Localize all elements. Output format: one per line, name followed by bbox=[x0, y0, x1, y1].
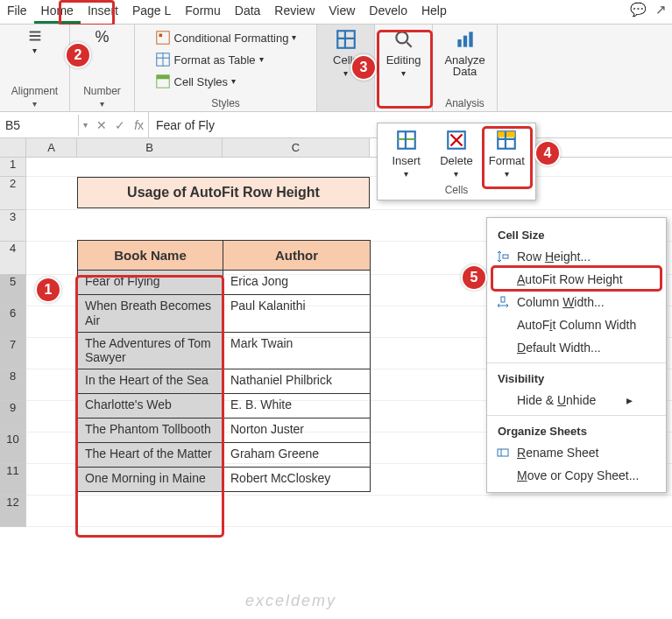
row-12[interactable]: 12 bbox=[0, 496, 26, 527]
group-alignment-label: Alignment▾ bbox=[11, 85, 58, 109]
formula-bar: B5 ▾ ✕ ✓ fx Fear of Fly bbox=[0, 112, 672, 138]
format-cells-button[interactable]: Format▾ bbox=[482, 129, 531, 179]
tab-file[interactable]: File bbox=[0, 0, 34, 24]
fx-icon[interactable]: fx bbox=[134, 118, 144, 132]
row-7[interactable]: 7 bbox=[0, 338, 26, 369]
format-as-table-button[interactable]: Format as Table ▾ bbox=[152, 50, 301, 69]
cells-dropdown-panel: Insert▾ Delete▾ Format▾ Cells bbox=[377, 123, 536, 200]
data-table: Book Name Author Fear of FlyingErica Jon… bbox=[77, 240, 371, 492]
cells-icon bbox=[335, 28, 357, 51]
tab-pagelayout[interactable]: Page L bbox=[125, 0, 178, 24]
cell-book[interactable]: Charlotte's Web bbox=[78, 394, 223, 419]
name-box[interactable]: B5 bbox=[0, 115, 79, 136]
svg-rect-7 bbox=[457, 39, 461, 47]
header-book: Book Name bbox=[78, 241, 223, 271]
cell-author[interactable]: Erica Jong bbox=[223, 271, 371, 295]
analyze-data-button[interactable]: Analyze Data bbox=[440, 28, 491, 77]
find-icon bbox=[393, 28, 415, 51]
delete-icon bbox=[445, 129, 468, 151]
svg-rect-15 bbox=[501, 297, 505, 302]
cells-panel-label: Cells bbox=[378, 180, 535, 200]
select-all-corner[interactable] bbox=[0, 138, 26, 157]
menu-hide-unhide[interactable]: Hide & Unhide ▸ bbox=[487, 389, 666, 411]
cell-book[interactable]: The Phantom Tollbooth bbox=[78, 419, 223, 443]
ribbon: ▾ Alignment▾ % Number▾ Conditional Forma… bbox=[0, 25, 672, 112]
row-8[interactable]: 8 bbox=[0, 369, 26, 401]
insert-cells-button[interactable]: Insert▾ bbox=[382, 129, 431, 179]
tab-data[interactable]: Data bbox=[228, 0, 268, 24]
group-analysis-label: Analysis bbox=[445, 97, 485, 109]
menu-default-width[interactable]: Default Width... bbox=[487, 336, 666, 359]
callout-2: 2 bbox=[65, 42, 91, 68]
tab-formulas[interactable]: Formu bbox=[178, 0, 227, 24]
cell-author[interactable]: Graham Greene bbox=[223, 443, 371, 468]
rename-icon bbox=[496, 446, 510, 460]
menu-rename-sheet[interactable]: Rename Sheet bbox=[487, 441, 666, 464]
col-C[interactable]: C bbox=[223, 138, 370, 157]
callout-1: 1 bbox=[35, 277, 61, 303]
analyze-icon bbox=[454, 28, 477, 51]
cell-book[interactable]: Fear of Flying bbox=[78, 271, 223, 295]
row-3[interactable]: 3 bbox=[0, 210, 26, 242]
titlebar-actions: 💬 ↗ bbox=[630, 2, 667, 18]
cell-author[interactable]: Nathaniel Philbrick bbox=[223, 369, 371, 394]
row-9[interactable]: 9 bbox=[0, 401, 26, 433]
align-icon[interactable] bbox=[27, 28, 43, 44]
tab-home[interactable]: Home bbox=[34, 0, 81, 24]
delete-cells-button[interactable]: Delete▾ bbox=[432, 129, 481, 179]
comments-icon[interactable]: 💬 bbox=[630, 2, 647, 18]
menu-autofit-column-width[interactable]: AutoFit Column Width bbox=[487, 313, 666, 336]
row-6[interactable]: 6 bbox=[0, 306, 26, 338]
svg-rect-16 bbox=[498, 449, 508, 456]
watermark: exceldemy bbox=[245, 592, 336, 610]
svg-point-6 bbox=[396, 32, 407, 43]
row-10[interactable]: 10 bbox=[0, 433, 26, 464]
svg-rect-9 bbox=[469, 32, 472, 46]
row-5[interactable]: 5 bbox=[0, 275, 26, 306]
cell-book[interactable]: The Heart of the Matter bbox=[78, 443, 223, 468]
tab-help[interactable]: Help bbox=[414, 0, 454, 24]
row-2[interactable]: 2 bbox=[0, 177, 26, 210]
cell-book[interactable]: One Morning in Maine bbox=[78, 468, 223, 492]
cell-author[interactable]: Mark Twain bbox=[223, 332, 371, 369]
insert-icon bbox=[395, 129, 418, 151]
row-1[interactable]: 1 bbox=[0, 158, 26, 177]
cell-book[interactable]: In the Heart of the Sea bbox=[78, 369, 223, 394]
percent-icon[interactable]: % bbox=[95, 28, 109, 46]
header-author: Author bbox=[223, 241, 371, 271]
cell-author[interactable]: Norton Juster bbox=[223, 419, 371, 443]
tab-insert[interactable]: Insert bbox=[81, 0, 125, 24]
col-B[interactable]: B bbox=[77, 138, 223, 157]
row-4[interactable]: 4 bbox=[0, 242, 26, 275]
cell-book[interactable]: When Breath Becomes Air bbox=[78, 295, 223, 333]
cell-author[interactable]: Paul Kalanithi bbox=[223, 295, 371, 333]
cell-author[interactable]: E. B. White bbox=[223, 394, 371, 419]
dropdown-icon[interactable]: ▾ bbox=[83, 121, 88, 130]
menu-autofit-row-height[interactable]: AutoFit Row Height bbox=[487, 268, 666, 291]
cell-book[interactable]: The Adventures of Tom Sawyer bbox=[78, 332, 223, 369]
tab-developer[interactable]: Develo bbox=[362, 0, 414, 24]
svg-rect-4 bbox=[156, 75, 168, 80]
callout-4: 4 bbox=[534, 140, 561, 166]
callout-3: 3 bbox=[350, 54, 377, 81]
menu-row-height[interactable]: Row Height... bbox=[487, 245, 666, 268]
share-icon[interactable]: ↗ bbox=[655, 2, 667, 18]
menu-move-copy[interactable]: Move or Copy Sheet... bbox=[487, 464, 666, 487]
cs-icon bbox=[155, 74, 171, 89]
tab-review[interactable]: Review bbox=[267, 0, 322, 24]
cell-author[interactable]: Robert McCloskey bbox=[223, 468, 371, 492]
col-A[interactable]: A bbox=[26, 138, 77, 157]
callout-5: 5 bbox=[461, 264, 487, 291]
cell-styles-button[interactable]: Cell Styles ▾ bbox=[152, 72, 301, 91]
row-height-icon bbox=[496, 250, 510, 264]
conditional-formatting-button[interactable]: Conditional Formatting ▾ bbox=[152, 28, 301, 47]
group-number-label: Number▾ bbox=[83, 85, 121, 109]
cancel-icon[interactable]: ✕ bbox=[96, 118, 107, 132]
menu-column-width[interactable]: Column Width... bbox=[487, 291, 666, 313]
enter-icon[interactable]: ✓ bbox=[115, 118, 125, 132]
tab-view[interactable]: View bbox=[322, 0, 362, 24]
format-menu: Cell Size Row Height... AutoFit Row Heig… bbox=[486, 217, 667, 493]
editing-button[interactable]: Editing ▾ bbox=[378, 28, 429, 78]
row-11[interactable]: 11 bbox=[0, 464, 26, 496]
formula-input[interactable]: Fear of Fly bbox=[149, 115, 222, 136]
